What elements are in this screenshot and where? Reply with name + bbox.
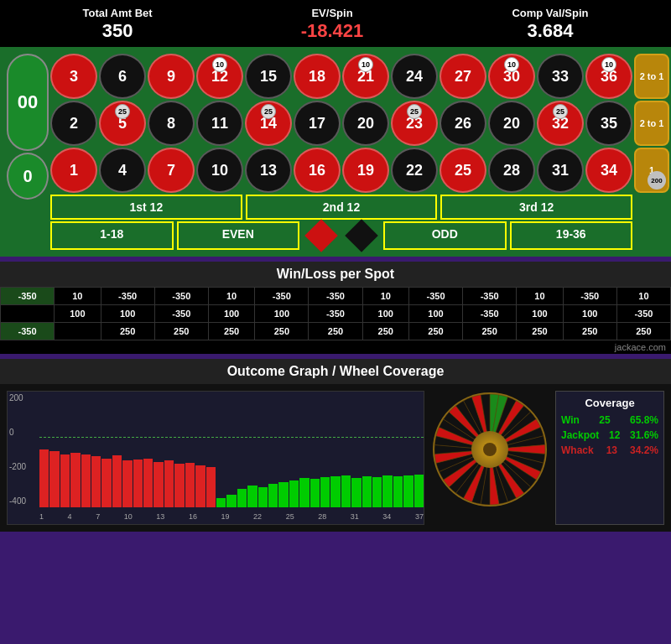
coverage-win-label: Win [561,414,580,426]
zero-line [39,437,424,438]
num-31[interactable]: 31 [537,148,584,193]
payout-row2[interactable]: 2 to 1 [634,101,669,146]
chart-x-labels: 14710131619222528313437 [39,509,424,524]
num-26[interactable]: 26 [440,101,486,146]
chart-bar [278,482,288,507]
num-28[interactable]: 28 [488,148,535,193]
num-25[interactable]: 25 [440,148,486,193]
num-36[interactable]: 1036 [585,54,632,99]
chart-bar [237,489,247,507]
bet-even[interactable]: EVEN [177,221,300,250]
num-35[interactable]: 35 [585,101,632,146]
ev-spin-value: -18.421 [301,20,364,42]
wl-cell [55,323,101,340]
num-16[interactable]: 16 [294,148,341,193]
y-label-neg400: -400 [9,496,36,506]
number-row-2: 2 255 8 11 2514 17 20 2523 26 20 2532 35 [50,101,632,146]
chart-bar [247,486,257,507]
wl-cell: 10 [517,288,563,305]
chart-bar [393,476,403,507]
chart-bar [112,455,122,507]
num-1[interactable]: 1 [50,148,97,193]
payout-row1[interactable]: 2 to 1 [634,54,669,99]
comp-val-section: Comp Val/Spin 3.684 [512,5,588,42]
total-amt-bet-label: Total Amt Bet [83,7,153,19]
bet-19-36[interactable]: 19-36 [510,221,633,250]
num-27[interactable]: 27 [440,54,486,99]
comp-val-label: Comp Val/Spin [512,7,588,19]
num-4[interactable]: 4 [99,148,146,193]
chart-bar [289,480,299,508]
num-20[interactable]: 20 [342,101,389,146]
num-8[interactable]: 8 [148,101,195,146]
double-zero[interactable]: 00 [7,54,49,151]
num-30[interactable]: 1030 [488,54,535,99]
wl-cell: 250 [154,323,208,340]
chart-bar [372,477,382,507]
coverage-title: Coverage [561,397,658,409]
num-32[interactable]: 2532 [537,101,584,146]
num-2[interactable]: 2 [50,101,97,146]
wl-cell: -350 [463,288,517,305]
wl-cell: -350 [255,288,309,305]
num-17[interactable]: 17 [294,101,341,146]
payout-chip: 200 [648,171,666,190]
num-12[interactable]: 1012 [196,54,243,99]
num-15[interactable]: 15 [245,54,292,99]
num-10[interactable]: 10 [196,148,243,193]
wl-cell: -350 [309,305,362,323]
num-21[interactable]: 1021 [342,54,389,99]
wl-cell: -350 [1,323,55,340]
number-row-3: 1 4 7 10 13 16 19 22 25 28 31 34 [50,148,632,193]
num-18[interactable]: 18 [294,54,341,99]
single-zero[interactable]: 0 [7,153,49,200]
chart-bar [226,495,236,507]
num-3[interactable]: 3 [50,54,97,99]
chart-bar [122,460,132,507]
wl-row-3: -350 250 250 250 250 250 250 250 250 250… [1,323,671,340]
num-7[interactable]: 7 [148,148,195,193]
bet-odd[interactable]: ODD [383,221,507,250]
num-33[interactable]: 33 [537,54,584,99]
num-6[interactable]: 6 [99,54,146,99]
second-dozen[interactable]: 2nd 12 [246,195,438,220]
num-34[interactable]: 34 [585,148,632,193]
wl-row-1: -350 10 -350 -350 10 -350 -350 10 -350 -… [1,288,671,305]
total-amt-bet-section: Total Amt Bet 350 [83,5,153,42]
payout-row3[interactable]: 1 200 [634,148,669,193]
wl-cell: 10 [616,288,670,305]
wl-cell: 250 [208,323,254,340]
num-13[interactable]: 13 [245,148,292,193]
first-dozen[interactable]: 1st 12 [50,195,242,220]
y-label-200: 200 [9,393,36,402]
chart-bar [164,460,174,507]
jackace-credit: jackace.com [0,340,671,354]
num-11[interactable]: 11 [196,101,243,146]
num-14[interactable]: 2514 [245,101,292,146]
wl-cell: 250 [362,323,408,340]
num-9[interactable]: 9 [148,54,195,99]
num-5[interactable]: 255 [99,101,146,146]
wl-cell: 250 [517,323,563,340]
num-19[interactable]: 19 [342,148,389,193]
wl-cell: -350 [1,288,55,305]
num-23[interactable]: 2523 [391,101,438,146]
wl-cell: -350 [616,305,670,323]
third-dozen[interactable]: 3rd 12 [440,195,632,220]
num-22[interactable]: 22 [391,148,438,193]
wl-cell: 250 [255,323,309,340]
num-29[interactable]: 20 [488,101,535,146]
chart-bar [341,475,351,507]
wl-cell: -350 [154,305,208,323]
black-diamond[interactable] [343,221,380,250]
bet-1-18[interactable]: 1-18 [50,221,174,250]
wl-cell: 10 [362,288,408,305]
coverage-whack-row: Whack 13 34.2% [561,444,658,456]
chart-bar [299,478,309,507]
wl-cell [1,305,55,323]
num-24[interactable]: 24 [391,54,438,99]
wl-cell: 100 [55,305,101,323]
red-diamond[interactable] [303,221,340,250]
total-amt-bet-value: 350 [83,20,153,42]
wl-cell: 10 [55,288,101,305]
